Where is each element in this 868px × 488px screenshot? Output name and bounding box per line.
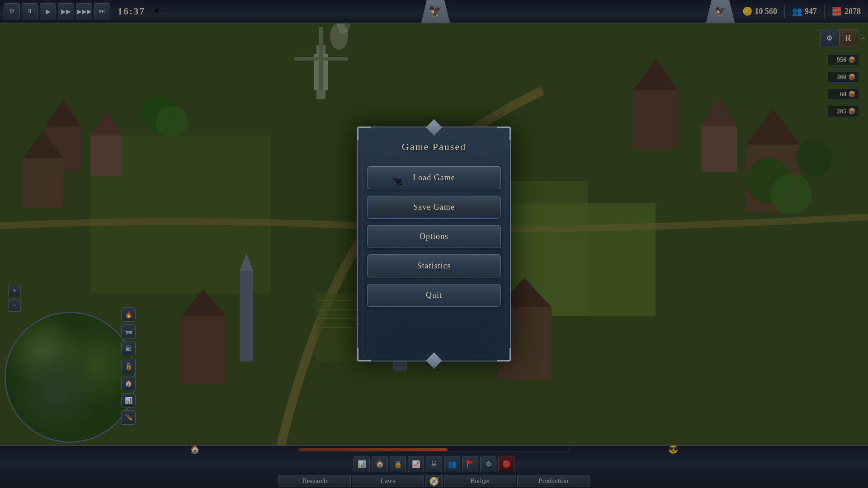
pause-modal-overlay: Game Paused Load Game Save Game Options … [0, 0, 868, 488]
pause-menu-buttons: Load Game Save Game Options Statistics Q… [367, 166, 501, 307]
modal-bottom-ornament [426, 352, 442, 369]
options-button[interactable]: Options [367, 225, 501, 248]
quit-button[interactable]: Quit [367, 284, 501, 307]
pause-menu-title: Game Paused [402, 141, 466, 153]
corner-tr [497, 127, 511, 140]
corner-br [497, 348, 511, 361]
statistics-button[interactable]: Statistics [367, 254, 501, 277]
modal-top-ornament [426, 119, 442, 136]
load-game-button[interactable]: Load Game [367, 166, 501, 189]
pause-menu: Game Paused Load Game Save Game Options … [357, 127, 511, 361]
corner-tl [357, 127, 371, 140]
corner-bl [357, 348, 371, 361]
save-game-button[interactable]: Save Game [367, 196, 501, 219]
